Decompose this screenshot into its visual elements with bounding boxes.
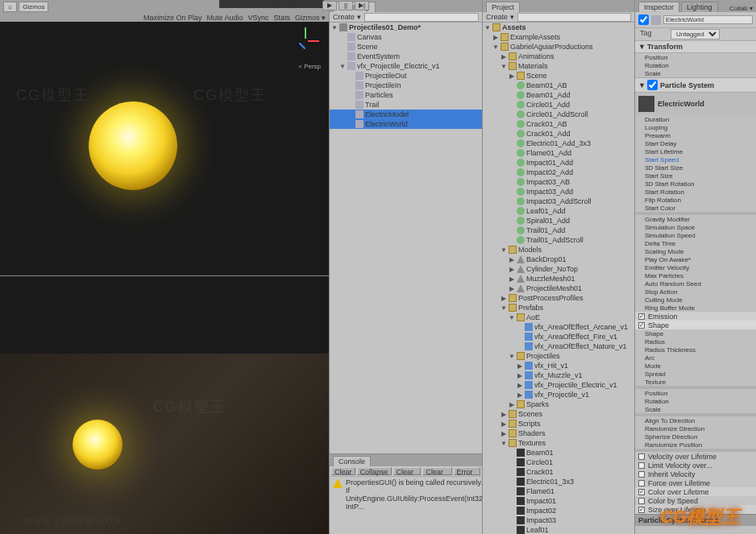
project-item[interactable]: ▼Projectiles bbox=[483, 351, 634, 361]
project-item[interactable]: ▶Sparks bbox=[483, 399, 634, 409]
project-item[interactable]: Leaf01 bbox=[483, 525, 634, 534]
ps-prop-prewarm[interactable]: Prewarm bbox=[635, 131, 756, 139]
scene-dropdown[interactable]: ☼ bbox=[3, 2, 17, 12]
particle-system-component-header[interactable]: ▼Particle System bbox=[635, 77, 756, 93]
project-item[interactable]: Spiral01_Add bbox=[483, 216, 634, 226]
project-item[interactable]: Beam01 bbox=[483, 448, 634, 457]
gizmos-dropdown[interactable]: Gizmos ▾ bbox=[295, 14, 326, 22]
axis-y-icon[interactable] bbox=[305, 27, 306, 39]
project-item[interactable]: ▶Scenes bbox=[483, 409, 634, 419]
project-item[interactable]: ▶MuzzleMesh01 bbox=[483, 274, 634, 284]
scene-root-row[interactable]: ▼Projectiles01_Demo* bbox=[330, 23, 482, 32]
vsync-toggle[interactable]: VSync bbox=[247, 14, 268, 22]
module-checkbox[interactable] bbox=[638, 480, 645, 486]
scale-row[interactable]: Scale bbox=[635, 69, 756, 77]
project-item[interactable]: vfx_AreaOfEffect_Arcane_v1 bbox=[483, 322, 634, 332]
console-clear-button[interactable]: Clear ▾ bbox=[331, 467, 355, 475]
axis-x-icon[interactable] bbox=[308, 40, 319, 42]
project-item[interactable]: ▶Shaders bbox=[483, 428, 634, 438]
ps-prop-duration[interactable]: Duration bbox=[635, 115, 756, 123]
project-item[interactable]: ▶Scene bbox=[483, 71, 634, 81]
module-checkbox[interactable]: ✓ bbox=[638, 322, 645, 329]
ps-prop-shape[interactable]: Shape bbox=[635, 329, 756, 337]
gameobject-active-checkbox[interactable] bbox=[638, 14, 649, 25]
project-item[interactable]: ▼AoE bbox=[483, 313, 634, 322]
project-item[interactable]: Crack01_AB bbox=[483, 119, 634, 129]
ps-module-inherit-velocity[interactable]: Inherit Velocity bbox=[635, 470, 756, 478]
ps-prop-align-to-direction[interactable]: Align To Direction bbox=[635, 416, 756, 424]
project-item[interactable]: Impact02_Add bbox=[483, 168, 634, 177]
project-item[interactable]: Circle01 bbox=[483, 457, 634, 467]
project-item[interactable]: ▶ExampleAssets bbox=[483, 32, 634, 42]
project-item[interactable]: ▼Materials bbox=[483, 61, 634, 71]
hierarchy-item[interactable]: ElectricModel bbox=[330, 110, 482, 119]
project-item[interactable]: Impact03_AddScroll bbox=[483, 197, 634, 206]
ps-prop-randomize-position[interactable]: Randomize Position bbox=[635, 441, 756, 449]
hierarchy-item[interactable]: ▼vfx_Projectile_Electric_v1 bbox=[330, 61, 482, 71]
game-view[interactable]: CG模型王 WWW.CGMXW.COM bbox=[0, 276, 329, 534]
hierarchy-search-input[interactable] bbox=[364, 13, 479, 22]
project-tab[interactable]: Project bbox=[486, 2, 520, 12]
collab-dropdown[interactable]: Collab ▾ bbox=[729, 5, 753, 12]
console-error-pause-button[interactable]: Error Pause bbox=[454, 467, 481, 475]
project-item[interactable]: Trail01_AddScroll bbox=[483, 235, 634, 245]
ps-prop-randomize-direction[interactable]: Randomize Direction bbox=[635, 424, 756, 433]
hierarchy-item[interactable]: ProjectileIn bbox=[330, 81, 482, 90]
project-item[interactable]: vfx_AreaOfEffect_Fire_v1 bbox=[483, 332, 634, 342]
project-create-button[interactable]: Create ▾ bbox=[486, 13, 514, 21]
project-item[interactable]: ▼Prefabs bbox=[483, 303, 634, 313]
ps-module-velocity-over-lifetime[interactable]: Velocity over Lifetime bbox=[635, 452, 756, 461]
project-item[interactable]: Impact03 bbox=[483, 515, 634, 525]
ps-module-emission[interactable]: ✓Emission bbox=[635, 312, 756, 321]
module-checkbox[interactable]: ✓ bbox=[638, 489, 645, 495]
ps-prop-start-speed[interactable]: Start Speed bbox=[635, 155, 756, 164]
ps-prop-arc[interactable]: Arc bbox=[635, 354, 756, 362]
project-item[interactable]: ▼Textures bbox=[483, 438, 634, 448]
ps-prop-flip-rotation[interactable]: Flip Rotation bbox=[635, 196, 756, 204]
console-clear-on-build-button[interactable]: Clear on Build bbox=[422, 467, 451, 475]
ps-prop-start-size[interactable]: Start Size bbox=[635, 172, 756, 180]
ps-prop-start-rotation[interactable]: Start Rotation bbox=[635, 188, 756, 196]
ps-prop-spherize-direction[interactable]: Spherize Direction bbox=[635, 433, 756, 441]
tag-select[interactable]: Untagged bbox=[671, 29, 720, 39]
project-search-input[interactable] bbox=[517, 13, 631, 22]
ps-prop-ring-buffer-mode[interactable]: Ring Buffer Mode bbox=[635, 304, 756, 312]
hierarchy-tree[interactable]: ▼Projectiles01_Demo* CanvasSceneEventSys… bbox=[330, 23, 482, 453]
hierarchy-item[interactable]: Trail bbox=[330, 100, 482, 110]
maximize-on-play-toggle[interactable]: Maximize On Play bbox=[143, 14, 202, 22]
project-item[interactable]: Trail01_Add bbox=[483, 226, 634, 235]
ps-prop-position[interactable]: Position bbox=[635, 389, 756, 397]
ps-prop-emitter-velocity[interactable]: Emitter Velocity bbox=[635, 263, 756, 271]
console-clear-on-play-button[interactable]: Clear on Play bbox=[393, 467, 422, 475]
hierarchy-item[interactable]: Particles bbox=[330, 90, 482, 100]
assets-root-row[interactable]: ▼Assets bbox=[483, 23, 634, 32]
project-item[interactable]: Impact02 bbox=[483, 506, 634, 515]
hierarchy-item[interactable]: EventSystem bbox=[330, 52, 482, 61]
ps-prop-auto-random-seed[interactable]: Auto Random Seed bbox=[635, 279, 756, 288]
hierarchy-item[interactable]: ElectricWorld bbox=[330, 119, 482, 129]
project-item[interactable]: ▶vfx_Muzzle_v1 bbox=[483, 370, 634, 380]
lighting-tab[interactable]: Lighting bbox=[681, 2, 718, 12]
axis-z-icon[interactable] bbox=[299, 43, 305, 49]
module-checkbox[interactable] bbox=[638, 453, 645, 460]
gameobject-name-input[interactable] bbox=[663, 15, 753, 24]
hierarchy-item[interactable]: Scene bbox=[330, 42, 482, 52]
ps-prop-max-particles[interactable]: Max Particles bbox=[635, 271, 756, 279]
project-item[interactable]: Beam01_AB bbox=[483, 81, 634, 90]
project-item[interactable]: Crack01_Add bbox=[483, 129, 634, 139]
ps-prop-radius[interactable]: Radius bbox=[635, 337, 756, 346]
ps-prop-spread[interactable]: Spread bbox=[635, 370, 756, 378]
ps-prop-looping[interactable]: Looping bbox=[635, 123, 756, 131]
ps-prop-3d-start-rotation[interactable]: 3D Start Rotation bbox=[635, 180, 756, 188]
project-item[interactable]: Impact03_AB bbox=[483, 177, 634, 187]
ps-prop-scaling-mode[interactable]: Scaling Mode bbox=[635, 247, 756, 255]
project-item[interactable]: ▼GabrielAguiarProductions bbox=[483, 42, 634, 52]
ps-prop-start-color[interactable]: Start Color bbox=[635, 204, 756, 212]
ps-prop-gravity-modifier[interactable]: Gravity Modifier bbox=[635, 215, 756, 223]
perspective-label[interactable]: < Persp bbox=[298, 63, 321, 70]
pause-button[interactable]: || bbox=[339, 1, 353, 10]
project-item[interactable]: Electric01_Add_3x3 bbox=[483, 139, 634, 148]
transform-component-header[interactable]: ▼Transform bbox=[635, 40, 756, 53]
ps-prop-3d-start-size[interactable]: 3D Start Size bbox=[635, 164, 756, 172]
project-item[interactable]: Flame01 bbox=[483, 486, 634, 496]
